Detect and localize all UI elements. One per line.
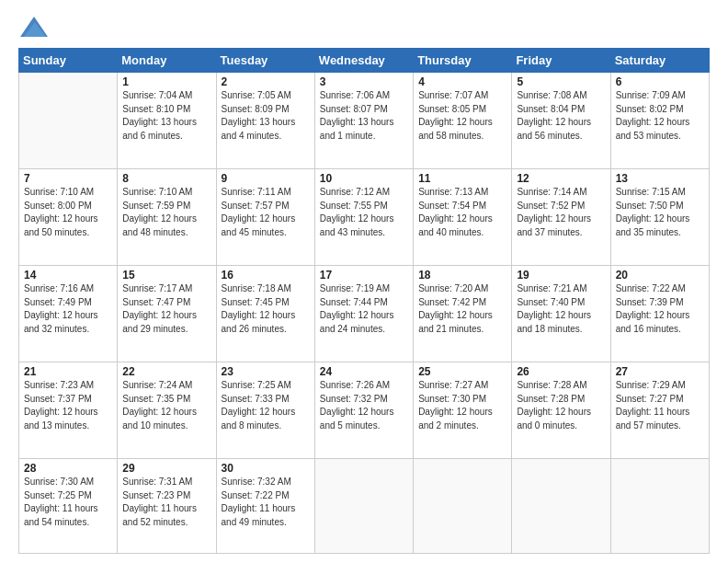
day-number: 26 <box>517 365 605 378</box>
calendar-row-2: 7Sunrise: 7:10 AM Sunset: 8:00 PM Daylig… <box>19 169 710 266</box>
calendar-day-10: 10Sunrise: 7:12 AM Sunset: 7:55 PM Dayli… <box>314 169 413 266</box>
day-number: 13 <box>616 172 704 185</box>
day-number: 24 <box>320 365 408 378</box>
calendar-day-empty <box>19 73 118 169</box>
calendar-row-5: 28Sunrise: 7:30 AM Sunset: 7:25 PM Dayli… <box>19 459 710 554</box>
calendar-day-empty <box>512 459 610 554</box>
calendar-table: SundayMondayTuesdayWednesdayThursdayFrid… <box>18 48 710 554</box>
weekday-header-tuesday: Tuesday <box>216 49 314 73</box>
calendar-day-24: 24Sunrise: 7:26 AM Sunset: 7:32 PM Dayli… <box>314 362 413 459</box>
day-number: 4 <box>418 75 506 88</box>
calendar-day-6: 6Sunrise: 7:09 AM Sunset: 8:02 PM Daylig… <box>610 73 709 169</box>
day-info: Sunrise: 7:10 AM Sunset: 7:59 PM Dayligh… <box>122 186 210 239</box>
calendar-day-12: 12Sunrise: 7:14 AM Sunset: 7:52 PM Dayli… <box>512 169 610 266</box>
day-info: Sunrise: 7:05 AM Sunset: 8:09 PM Dayligh… <box>222 89 310 143</box>
day-info: Sunrise: 7:17 AM Sunset: 7:47 PM Dayligh… <box>122 282 210 336</box>
day-info: Sunrise: 7:11 AM Sunset: 7:57 PM Dayligh… <box>222 186 310 239</box>
calendar-day-17: 17Sunrise: 7:19 AM Sunset: 7:44 PM Dayli… <box>314 266 413 362</box>
day-info: Sunrise: 7:08 AM Sunset: 8:04 PM Dayligh… <box>517 89 605 143</box>
day-number: 23 <box>222 365 310 378</box>
day-number: 2 <box>222 75 310 88</box>
day-info: Sunrise: 7:16 AM Sunset: 7:49 PM Dayligh… <box>24 282 112 336</box>
day-number: 3 <box>320 75 408 88</box>
day-number: 20 <box>616 269 704 282</box>
day-number: 6 <box>616 75 704 88</box>
day-number: 7 <box>24 172 112 185</box>
calendar-day-16: 16Sunrise: 7:18 AM Sunset: 7:45 PM Dayli… <box>216 266 314 362</box>
calendar-day-13: 13Sunrise: 7:15 AM Sunset: 7:50 PM Dayli… <box>610 169 709 266</box>
calendar-day-27: 27Sunrise: 7:29 AM Sunset: 7:27 PM Dayli… <box>610 362 709 459</box>
calendar-day-4: 4Sunrise: 7:07 AM Sunset: 8:05 PM Daylig… <box>414 73 512 169</box>
day-number: 9 <box>222 172 310 185</box>
weekday-header-monday: Monday <box>118 49 216 73</box>
calendar-day-18: 18Sunrise: 7:20 AM Sunset: 7:42 PM Dayli… <box>414 266 512 362</box>
calendar-day-23: 23Sunrise: 7:25 AM Sunset: 7:33 PM Dayli… <box>216 362 314 459</box>
calendar-row-3: 14Sunrise: 7:16 AM Sunset: 7:49 PM Dayli… <box>19 266 710 362</box>
calendar-day-11: 11Sunrise: 7:13 AM Sunset: 7:54 PM Dayli… <box>414 169 512 266</box>
day-info: Sunrise: 7:10 AM Sunset: 8:00 PM Dayligh… <box>24 186 112 239</box>
calendar-day-30: 30Sunrise: 7:32 AM Sunset: 7:22 PM Dayli… <box>216 459 314 554</box>
calendar-day-22: 22Sunrise: 7:24 AM Sunset: 7:35 PM Dayli… <box>118 362 216 459</box>
day-number: 8 <box>122 172 210 185</box>
weekday-header-sunday: Sunday <box>19 49 118 73</box>
weekday-header-wednesday: Wednesday <box>314 49 413 73</box>
day-info: Sunrise: 7:25 AM Sunset: 7:33 PM Dayligh… <box>222 379 310 432</box>
calendar-day-8: 8Sunrise: 7:10 AM Sunset: 7:59 PM Daylig… <box>118 169 216 266</box>
calendar-day-21: 21Sunrise: 7:23 AM Sunset: 7:37 PM Dayli… <box>19 362 118 459</box>
logo <box>18 17 48 39</box>
day-number: 11 <box>418 172 506 185</box>
day-info: Sunrise: 7:18 AM Sunset: 7:45 PM Dayligh… <box>222 282 310 336</box>
day-info: Sunrise: 7:31 AM Sunset: 7:23 PM Dayligh… <box>122 476 210 529</box>
calendar-day-9: 9Sunrise: 7:11 AM Sunset: 7:57 PM Daylig… <box>216 169 314 266</box>
day-number: 10 <box>320 172 408 185</box>
day-number: 28 <box>24 462 112 475</box>
day-number: 30 <box>222 462 310 475</box>
day-info: Sunrise: 7:21 AM Sunset: 7:40 PM Dayligh… <box>517 282 605 336</box>
weekday-header-saturday: Saturday <box>610 49 709 73</box>
day-number: 29 <box>122 462 210 475</box>
day-number: 12 <box>517 172 605 185</box>
day-info: Sunrise: 7:29 AM Sunset: 7:27 PM Dayligh… <box>616 379 704 432</box>
day-number: 5 <box>517 75 605 88</box>
calendar-day-2: 2Sunrise: 7:05 AM Sunset: 8:09 PM Daylig… <box>216 73 314 169</box>
day-number: 14 <box>24 269 112 282</box>
day-number: 22 <box>122 365 210 378</box>
day-info: Sunrise: 7:23 AM Sunset: 7:37 PM Dayligh… <box>24 379 112 432</box>
calendar-day-15: 15Sunrise: 7:17 AM Sunset: 7:47 PM Dayli… <box>118 266 216 362</box>
calendar-day-26: 26Sunrise: 7:28 AM Sunset: 7:28 PM Dayli… <box>512 362 610 459</box>
calendar-row-4: 21Sunrise: 7:23 AM Sunset: 7:37 PM Dayli… <box>19 362 710 459</box>
day-info: Sunrise: 7:12 AM Sunset: 7:55 PM Dayligh… <box>320 186 408 239</box>
calendar-day-empty <box>314 459 413 554</box>
weekday-header-row: SundayMondayTuesdayWednesdayThursdayFrid… <box>19 49 710 73</box>
day-info: Sunrise: 7:15 AM Sunset: 7:50 PM Dayligh… <box>616 186 704 239</box>
day-number: 17 <box>320 269 408 282</box>
logo-icon <box>20 17 48 37</box>
calendar-day-19: 19Sunrise: 7:21 AM Sunset: 7:40 PM Dayli… <box>512 266 610 362</box>
day-info: Sunrise: 7:27 AM Sunset: 7:30 PM Dayligh… <box>418 379 506 432</box>
calendar-day-3: 3Sunrise: 7:06 AM Sunset: 8:07 PM Daylig… <box>314 73 413 169</box>
day-number: 15 <box>122 269 210 282</box>
day-number: 18 <box>418 269 506 282</box>
day-info: Sunrise: 7:04 AM Sunset: 8:10 PM Dayligh… <box>122 89 210 143</box>
day-info: Sunrise: 7:30 AM Sunset: 7:25 PM Dayligh… <box>24 476 112 529</box>
day-number: 16 <box>222 269 310 282</box>
day-info: Sunrise: 7:07 AM Sunset: 8:05 PM Dayligh… <box>418 89 506 143</box>
weekday-header-friday: Friday <box>512 49 610 73</box>
day-info: Sunrise: 7:14 AM Sunset: 7:52 PM Dayligh… <box>517 186 605 239</box>
day-info: Sunrise: 7:09 AM Sunset: 8:02 PM Dayligh… <box>616 89 704 143</box>
calendar-row-1: 1Sunrise: 7:04 AM Sunset: 8:10 PM Daylig… <box>19 73 710 169</box>
calendar-day-7: 7Sunrise: 7:10 AM Sunset: 8:00 PM Daylig… <box>19 169 118 266</box>
day-info: Sunrise: 7:19 AM Sunset: 7:44 PM Dayligh… <box>320 282 408 336</box>
calendar-day-20: 20Sunrise: 7:22 AM Sunset: 7:39 PM Dayli… <box>610 266 709 362</box>
calendar-day-28: 28Sunrise: 7:30 AM Sunset: 7:25 PM Dayli… <box>19 459 118 554</box>
weekday-header-thursday: Thursday <box>414 49 512 73</box>
calendar-day-25: 25Sunrise: 7:27 AM Sunset: 7:30 PM Dayli… <box>414 362 512 459</box>
day-info: Sunrise: 7:06 AM Sunset: 8:07 PM Dayligh… <box>320 89 408 143</box>
page-header <box>18 17 710 39</box>
calendar-day-empty <box>610 459 709 554</box>
day-number: 19 <box>517 269 605 282</box>
day-info: Sunrise: 7:20 AM Sunset: 7:42 PM Dayligh… <box>418 282 506 336</box>
day-info: Sunrise: 7:28 AM Sunset: 7:28 PM Dayligh… <box>517 379 605 432</box>
calendar-day-14: 14Sunrise: 7:16 AM Sunset: 7:49 PM Dayli… <box>19 266 118 362</box>
calendar-day-5: 5Sunrise: 7:08 AM Sunset: 8:04 PM Daylig… <box>512 73 610 169</box>
